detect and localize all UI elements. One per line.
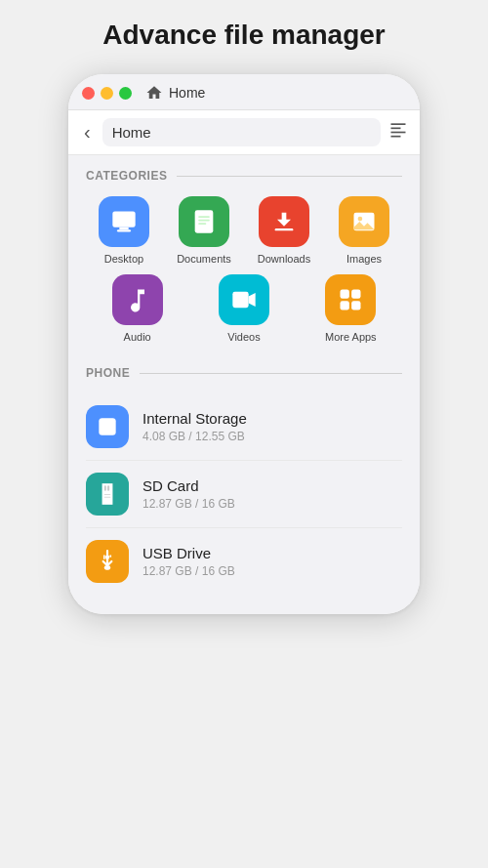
categories-row2: Audio Videos <box>86 274 402 352</box>
internal-storage-icon <box>86 405 129 448</box>
svg-rect-20 <box>102 423 113 425</box>
category-audio[interactable]: Audio <box>86 274 188 343</box>
categories-row1: Desktop Documents <box>86 196 402 274</box>
documents-icon-bg <box>179 196 229 247</box>
svg-rect-24 <box>107 485 109 490</box>
storage-list: Internal Storage 4.08 GB / 12.55 GB <box>86 393 402 595</box>
svg-rect-8 <box>198 216 210 218</box>
category-videos[interactable]: Videos <box>192 274 295 343</box>
downloads-icon-bg <box>259 196 309 247</box>
home-icon <box>145 84 163 102</box>
svg-rect-23 <box>104 485 106 490</box>
sdcard-info: SD Card 12.87 GB / 16 GB <box>142 477 235 511</box>
categories-label: CATEGORIES <box>86 169 167 183</box>
svg-rect-21 <box>102 426 113 428</box>
storage-item-internal[interactable]: Internal Storage 4.08 GB / 12.55 GB <box>86 393 402 461</box>
path-input[interactable] <box>102 118 381 146</box>
desktop-icon-bg <box>99 196 149 247</box>
more-apps-icon-bg <box>325 274 376 325</box>
phone-label: PHONE <box>86 366 130 380</box>
category-more-apps[interactable]: More Apps <box>300 274 402 343</box>
list-view-icon[interactable] <box>388 120 408 145</box>
svg-rect-2 <box>391 132 406 134</box>
svg-point-22 <box>111 429 114 432</box>
category-desktop[interactable]: Desktop <box>86 196 162 265</box>
internal-storage-name: Internal Storage <box>142 410 247 427</box>
usb-size: 12.87 GB / 16 GB <box>142 564 235 578</box>
videos-label: Videos <box>227 331 260 343</box>
svg-rect-10 <box>198 223 206 225</box>
svg-rect-9 <box>198 220 210 222</box>
svg-rect-6 <box>117 229 131 231</box>
audio-label: Audio <box>124 331 151 343</box>
svg-rect-17 <box>341 301 349 310</box>
sdcard-icon <box>86 473 129 516</box>
category-images[interactable]: Images <box>326 196 402 265</box>
window-bar: Home <box>68 74 420 110</box>
svg-rect-16 <box>351 290 360 299</box>
svg-rect-18 <box>351 301 360 310</box>
category-downloads[interactable]: Downloads <box>246 196 322 265</box>
back-button[interactable]: ‹ <box>80 121 95 144</box>
svg-rect-26 <box>104 497 111 498</box>
svg-rect-27 <box>104 565 111 569</box>
svg-rect-1 <box>391 128 401 130</box>
usb-name: USB Drive <box>142 545 235 561</box>
svg-rect-25 <box>104 494 111 495</box>
storage-item-sdcard[interactable]: SD Card 12.87 GB / 16 GB <box>86 461 402 528</box>
downloads-label: Downloads <box>258 253 310 265</box>
svg-rect-15 <box>341 290 349 299</box>
usb-icon <box>86 540 129 583</box>
videos-icon-bg <box>219 274 269 325</box>
dot-green[interactable] <box>119 87 132 100</box>
svg-point-13 <box>358 217 363 222</box>
dot-red[interactable] <box>82 87 95 100</box>
sdcard-name: SD Card <box>142 477 235 494</box>
desktop-label: Desktop <box>104 253 143 265</box>
sdcard-size: 12.87 GB / 16 GB <box>142 497 235 511</box>
page-title: Advance file manager <box>102 20 385 51</box>
svg-rect-14 <box>232 292 248 308</box>
svg-rect-11 <box>275 228 294 230</box>
usb-info: USB Drive 12.87 GB / 16 GB <box>142 545 235 578</box>
category-documents[interactable]: Documents <box>166 196 242 265</box>
categories-section: CATEGORIES Desktop <box>68 155 420 352</box>
dot-orange[interactable] <box>101 87 113 100</box>
app-content: ‹ CATEGORIES <box>68 110 420 614</box>
phone-divider <box>140 373 402 374</box>
window-title-area: Home <box>145 84 205 102</box>
images-label: Images <box>346 253 382 265</box>
svg-rect-7 <box>195 210 214 232</box>
more-apps-label: More Apps <box>325 331 377 343</box>
nav-bar: ‹ <box>68 110 420 155</box>
svg-rect-0 <box>391 123 406 125</box>
audio-icon-bg <box>112 274 163 325</box>
documents-label: Documents <box>177 253 231 265</box>
svg-rect-3 <box>391 136 401 138</box>
images-icon-bg <box>339 196 389 247</box>
phone-header: PHONE <box>86 366 402 380</box>
storage-item-usb[interactable]: USB Drive 12.87 GB / 16 GB <box>86 528 402 595</box>
svg-rect-5 <box>119 227 128 229</box>
internal-storage-size: 4.08 GB / 12.55 GB <box>142 430 247 443</box>
phone-section: PHONE Internal Storage <box>68 352 420 595</box>
internal-storage-info: Internal Storage 4.08 GB / 12.55 GB <box>142 410 247 443</box>
categories-header: CATEGORIES <box>86 169 402 183</box>
categories-divider <box>177 176 402 177</box>
phone-frame: Home ‹ CATEGORIES <box>68 74 420 614</box>
window-title: Home <box>169 85 205 101</box>
svg-rect-4 <box>112 212 135 227</box>
svg-point-28 <box>105 556 109 559</box>
